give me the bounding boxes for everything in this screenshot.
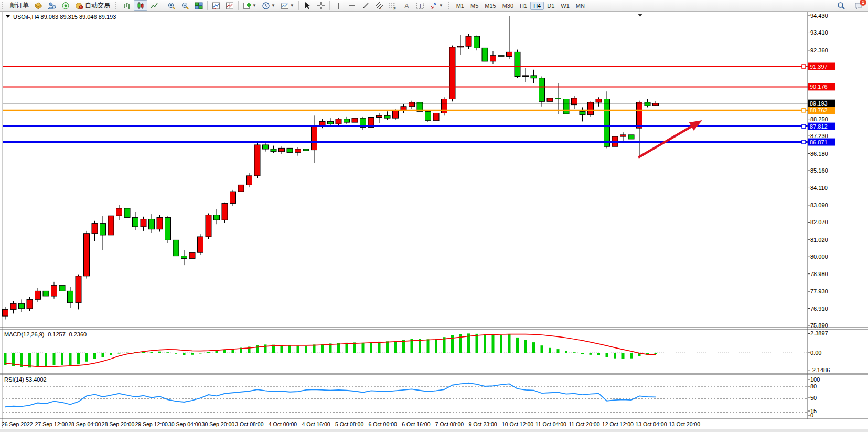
chart-area[interactable]: USOil-,H4 89.063 89.315 89.046 89.19394.… — [0, 0, 868, 432]
hline-handle[interactable] — [802, 109, 806, 112]
macd-bar — [28, 353, 31, 367]
macd-bar — [565, 351, 567, 353]
macd-bar — [53, 353, 56, 365]
channel-tool[interactable]: E — [372, 0, 386, 11]
candle — [19, 303, 25, 309]
date-tick: 4 Oct 16:00 — [302, 421, 330, 427]
macd-tick: 2.3897 — [810, 330, 828, 336]
line-chart-button[interactable] — [147, 0, 161, 11]
tab-timeframe-m30[interactable]: M30 — [499, 2, 517, 10]
candle — [157, 217, 163, 229]
candle — [384, 115, 390, 118]
candle — [84, 234, 90, 276]
hline-handle[interactable] — [802, 124, 806, 128]
crosshair-tool-button[interactable] — [314, 0, 328, 11]
indicator-window-button[interactable] — [209, 0, 223, 11]
hline-handle[interactable] — [802, 65, 806, 68]
date-tick: 4 Oct 00:00 — [269, 421, 297, 427]
auto-trading-button[interactable]: 自动交易 — [72, 0, 113, 11]
price-tick: 83.090 — [810, 202, 828, 208]
tab-timeframe-h1[interactable]: H1 — [517, 2, 530, 10]
candle — [173, 240, 179, 256]
chevron-down-icon: ▼ — [290, 3, 294, 8]
horizontal-line-tool[interactable] — [345, 0, 359, 11]
cursor-tool-button[interactable] — [301, 0, 314, 11]
candle — [3, 309, 8, 316]
candle — [279, 148, 285, 151]
tab-timeframe-d1[interactable]: D1 — [544, 2, 558, 10]
period-separators-button[interactable] — [223, 0, 237, 11]
macd-bar — [378, 342, 381, 353]
market-watch-icon[interactable] — [45, 0, 59, 11]
price-tick: 85.160 — [810, 167, 828, 174]
candle — [604, 99, 610, 147]
fibonacci-tool[interactable]: F — [386, 0, 400, 11]
add-indicator-button[interactable]: ▼ — [240, 0, 259, 11]
tab-timeframe-m1[interactable]: M1 — [453, 2, 467, 10]
price-tick: 86.180 — [810, 151, 828, 157]
date-tick: 12 Oct 12:00 — [602, 421, 634, 427]
macd-bar — [402, 340, 405, 353]
candle — [620, 135, 626, 136]
candle — [181, 256, 187, 259]
date-tick: 6 Oct 00:00 — [369, 421, 397, 427]
rsi-tick: 80 — [810, 383, 817, 389]
text-label-tool[interactable]: T — [413, 0, 427, 11]
price-tick: 77.930 — [810, 288, 828, 294]
price-label: 88.762 — [810, 107, 828, 113]
candle — [653, 103, 659, 106]
separator — [163, 1, 163, 10]
candle — [628, 135, 634, 139]
zoom-out-button[interactable] — [178, 0, 192, 11]
period-button[interactable]: ▼ — [259, 0, 278, 11]
tile-windows-button[interactable] — [192, 0, 206, 11]
bar-chart-button[interactable] — [120, 0, 134, 11]
price-tick: 87.230 — [810, 133, 828, 139]
candle — [563, 99, 569, 114]
candlestick-chart-button[interactable] — [134, 0, 147, 11]
macd-bar — [541, 345, 543, 353]
separator — [329, 1, 330, 10]
gold-package-icon[interactable] — [31, 0, 45, 11]
price-tick: 81.020 — [810, 237, 828, 243]
text-tool[interactable]: A — [400, 0, 413, 11]
date-tick: 5 Oct 08:00 — [335, 421, 363, 427]
signals-icon[interactable] — [59, 0, 72, 11]
candle — [59, 285, 65, 291]
new-order-label: 新订单 — [10, 1, 29, 10]
candle — [637, 102, 642, 128]
macd-bar — [630, 353, 633, 359]
candle — [124, 208, 130, 218]
new-order-button[interactable]: 新订单 — [7, 0, 31, 11]
candle — [141, 219, 146, 227]
hline-handle[interactable] — [802, 140, 806, 144]
macd-bar — [118, 353, 121, 354]
tab-timeframe-h4[interactable]: H4 — [530, 2, 544, 10]
zoom-in-button[interactable] — [165, 0, 178, 11]
notifications-button[interactable]: 1 — [854, 2, 863, 10]
candle — [214, 215, 220, 220]
macd-tick: -2.1486 — [810, 367, 830, 373]
trendline-tool[interactable] — [359, 0, 372, 11]
candle — [51, 285, 57, 296]
macd-bar — [264, 344, 267, 353]
vertical-line-tool[interactable] — [331, 0, 345, 11]
candle — [149, 219, 155, 229]
macd-bar — [191, 353, 194, 355]
arrows-tool[interactable]: ▼ — [427, 0, 446, 11]
tab-timeframe-mn[interactable]: MN — [573, 2, 588, 10]
macd-bar — [386, 341, 389, 353]
macd-bar — [419, 339, 421, 353]
macd-bar — [549, 348, 551, 353]
tab-timeframe-m5[interactable]: M5 — [467, 2, 481, 10]
candle — [449, 47, 455, 99]
date-tick: 6 Oct 16:00 — [402, 421, 430, 427]
macd-bar — [305, 346, 307, 353]
price-tick: 82.070 — [810, 219, 828, 225]
search-button[interactable] — [834, 0, 848, 11]
template-button[interactable]: ▼ — [278, 0, 297, 11]
tab-timeframe-m15[interactable]: M15 — [481, 2, 499, 10]
tab-timeframe-w1[interactable]: W1 — [558, 2, 573, 10]
candle — [68, 291, 73, 302]
macd-label: MACD(12,26,9) -0.1257 -0.2360 — [4, 331, 87, 338]
